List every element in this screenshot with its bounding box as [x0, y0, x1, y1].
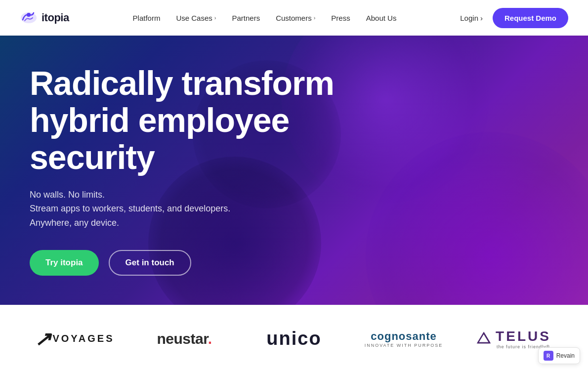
- nav-item-about-us[interactable]: About Us: [366, 14, 397, 22]
- cognosante-logo-text: cognosante: [365, 330, 443, 343]
- nav-link-partners[interactable]: Partners: [232, 14, 260, 22]
- logo-telus: TELUS the future is friendly®: [459, 329, 568, 349]
- chevron-down-icon: ›: [214, 15, 216, 21]
- hero-section: Radically transform hybrid employee secu…: [0, 36, 588, 305]
- nav-item-press[interactable]: Press: [331, 14, 350, 22]
- logo-link[interactable]: itopia: [20, 11, 69, 25]
- nav-link-press[interactable]: Press: [331, 14, 350, 22]
- chevron-right-icon: ›: [480, 14, 483, 22]
- svg-point-1: [27, 13, 31, 17]
- voyages-logo-text: VOYAGES: [52, 333, 114, 344]
- nav-item-partners[interactable]: Partners: [232, 14, 260, 22]
- cognosante-logo-sub: INNOVATE WITH PURPOSE: [365, 343, 443, 348]
- nav-right: Login › Request Demo: [460, 8, 568, 28]
- logo-cognosante: cognosante INNOVATE WITH PURPOSE: [349, 330, 459, 348]
- nav-item-platform[interactable]: Platform: [133, 14, 161, 22]
- nav-item-customers[interactable]: Customers ›: [276, 14, 315, 22]
- nav-link-platform[interactable]: Platform: [133, 14, 161, 22]
- login-link[interactable]: Login ›: [460, 14, 483, 22]
- get-in-touch-button[interactable]: Get in touch: [109, 250, 191, 276]
- logo-text: itopia: [42, 11, 69, 24]
- unico-logo-text: unico: [266, 328, 321, 349]
- hero-content: Radically transform hybrid employee secu…: [0, 65, 371, 276]
- try-itopia-button[interactable]: Try itopia: [30, 250, 99, 276]
- nav-link-use-cases[interactable]: Use Cases ›: [176, 14, 216, 22]
- logos-bar: ↗ VOYAGES neustar. unico cognosante INNO…: [0, 305, 588, 372]
- voyages-v-icon: ↗: [35, 329, 51, 349]
- nav-link-customers[interactable]: Customers ›: [276, 14, 315, 22]
- revain-label: Revain: [556, 352, 575, 359]
- hero-subtext: No walls. No limits. Stream apps to work…: [30, 188, 341, 230]
- hero-heading: Radically transform hybrid employee secu…: [30, 65, 341, 175]
- nav-links: Platform Use Cases › Partners Customers …: [133, 14, 397, 22]
- telus-logo-text: TELUS: [496, 329, 551, 344]
- nav-item-use-cases[interactable]: Use Cases ›: [176, 14, 216, 22]
- revain-badge: R Revain: [538, 347, 580, 364]
- hero-buttons: Try itopia Get in touch: [30, 250, 341, 276]
- request-demo-button[interactable]: Request Demo: [493, 8, 568, 28]
- navbar: itopia Platform Use Cases › Partners Cus…: [0, 0, 588, 36]
- revain-icon: R: [544, 351, 553, 361]
- logo-neustar: neustar.: [129, 331, 239, 347]
- logo-icon: [20, 11, 38, 25]
- logo-voyages: ↗ VOYAGES: [20, 329, 129, 349]
- logo-unico: unico: [239, 328, 349, 349]
- chevron-down-icon: ›: [314, 15, 316, 21]
- neustar-logo-text: neustar.: [157, 331, 211, 347]
- telus-logo-icon: [476, 331, 492, 347]
- nav-link-about-us[interactable]: About Us: [366, 14, 397, 22]
